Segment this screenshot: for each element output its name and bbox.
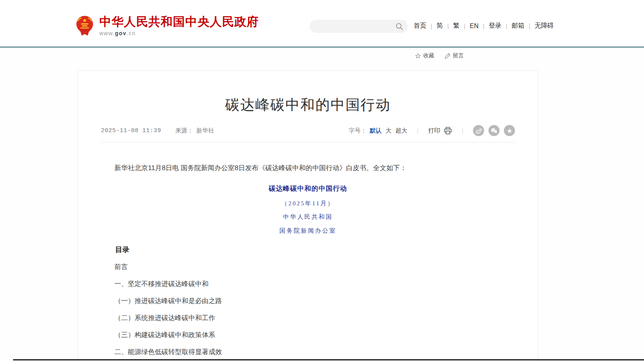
nav-link[interactable]: 邮箱 — [512, 22, 524, 30]
article-meta-row: 2025-11-08 11:39 来源： 新华社 字号： 默认大超大 打印 — [101, 125, 515, 142]
print-label: 打印 — [428, 127, 440, 135]
top-nav: 首页|简|繁|EN|登录|邮箱|无障碍 — [414, 22, 554, 30]
more-share-button[interactable] — [504, 125, 515, 136]
article-card: 碳达峰碳中和的中国行动 2025-11-08 11:39 来源： 新华社 字号：… — [78, 70, 538, 362]
search-icon[interactable] — [395, 23, 403, 30]
toc-item: （二）系统推进碳达峰碳中和工作 — [101, 314, 515, 322]
divider — [462, 127, 463, 134]
printer-icon — [444, 127, 452, 135]
lead-paragraph: 新华社北京11月8日电 国务院新闻办公室8日发布《碳达峰碳中和的中国行动》白皮书… — [101, 163, 515, 173]
site-logo-link[interactable]: 中华人民共和国中央人民政府 www.gov.cn — [75, 15, 259, 37]
message-label: 留言 — [453, 52, 464, 59]
brand-text: 中华人民共和国中央人民政府 www.gov.cn — [99, 15, 259, 36]
share-icons — [473, 125, 515, 136]
font-size-option[interactable]: 超大 — [395, 127, 407, 135]
toc-list: 前言一、坚定不移推进碳达峰碳中和（一）推进碳达峰碳中和是必由之路（二）系统推进碳… — [101, 263, 515, 362]
favorite-button[interactable]: 收藏 — [415, 52, 434, 59]
whitepaper-date: （2025年11月） — [101, 200, 515, 208]
site-title: 中华人民共和国中央人民政府 — [99, 15, 259, 28]
site-url-prefix: www. — [99, 30, 115, 36]
font-size-options: 默认大超大 — [370, 127, 407, 135]
wechat-icon — [490, 127, 498, 135]
nav-link[interactable]: 登录 — [489, 22, 502, 30]
article-body: 新华社北京11月8日电 国务院新闻办公室8日发布《碳达峰碳中和的中国行动》白皮书… — [101, 163, 515, 362]
site-url-gov: gov — [115, 30, 126, 36]
star-circle-icon — [506, 127, 513, 135]
source-value[interactable]: 新华社 — [196, 127, 214, 135]
print-button[interactable]: 打印 — [428, 127, 452, 135]
search-box — [310, 20, 408, 33]
nav-link[interactable]: EN — [470, 23, 479, 30]
bottom-edge-line — [13, 359, 644, 360]
separator: | — [464, 23, 465, 29]
article-card-inner: 碳达峰碳中和的中国行动 2025-11-08 11:39 来源： 新华社 字号：… — [78, 71, 538, 362]
weibo-share-button[interactable] — [473, 125, 484, 136]
site-url: www.gov.cn — [99, 30, 259, 36]
source-label: 来源： — [175, 127, 193, 135]
quick-actions: 收藏 留言 — [415, 52, 464, 59]
article-meta-right: 字号： 默认大超大 打印 — [349, 125, 515, 136]
message-button[interactable]: 留言 — [445, 52, 464, 59]
nav-link[interactable]: 首页 — [414, 22, 426, 30]
site-header: 中华人民共和国中央人民政府 www.gov.cn 首页|简|繁|EN|登录|邮箱… — [0, 0, 644, 47]
nav-link[interactable]: 繁 — [453, 22, 460, 30]
divider — [418, 127, 418, 134]
font-size-option[interactable]: 默认 — [370, 127, 382, 135]
publish-time: 2025-11-08 11:39 — [101, 127, 161, 134]
favorite-label: 收藏 — [423, 52, 434, 59]
whitepaper-org-line1: 中华人民共和国 — [101, 213, 515, 221]
separator: | — [483, 23, 484, 29]
weibo-icon — [475, 127, 483, 135]
toc-item: 二、能源绿色低碳转型取得显著成效 — [101, 348, 515, 356]
toc-item: （一）推进碳达峰碳中和是必由之路 — [101, 297, 515, 305]
header-divider — [0, 47, 644, 47]
toc-item: 前言 — [101, 263, 515, 271]
separator: | — [447, 23, 449, 29]
toc-item: （三）构建碳达峰碳中和政策体系 — [101, 331, 515, 339]
page: 中华人民共和国中央人民政府 www.gov.cn 首页|简|繁|EN|登录|邮箱… — [0, 0, 644, 362]
separator: | — [506, 23, 507, 29]
separator: | — [431, 23, 432, 29]
whitepaper-org-line2: 国务院新闻办公室 — [101, 227, 515, 235]
pencil-icon — [445, 53, 451, 59]
nav-link[interactable]: 简 — [437, 22, 443, 30]
font-size-option[interactable]: 大 — [386, 127, 391, 135]
search-input[interactable] — [310, 20, 395, 33]
toc-item: 一、坚定不移推进碳达峰碳中和 — [101, 280, 515, 288]
star-icon — [415, 53, 421, 59]
nav-link[interactable]: 无障碍 — [535, 22, 554, 30]
whitepaper-title: 碳达峰碳中和的中国行动 — [101, 184, 515, 193]
font-size-label: 字号： — [349, 127, 367, 135]
national-emblem-icon — [75, 15, 94, 37]
article-meta-left: 2025-11-08 11:39 来源： 新华社 — [101, 127, 214, 135]
toc-title: 目录 — [101, 245, 515, 254]
separator: | — [529, 23, 530, 29]
site-url-suffix: .cn — [127, 30, 136, 36]
wechat-share-button[interactable] — [488, 125, 500, 136]
article-title: 碳达峰碳中和的中国行动 — [101, 96, 515, 113]
